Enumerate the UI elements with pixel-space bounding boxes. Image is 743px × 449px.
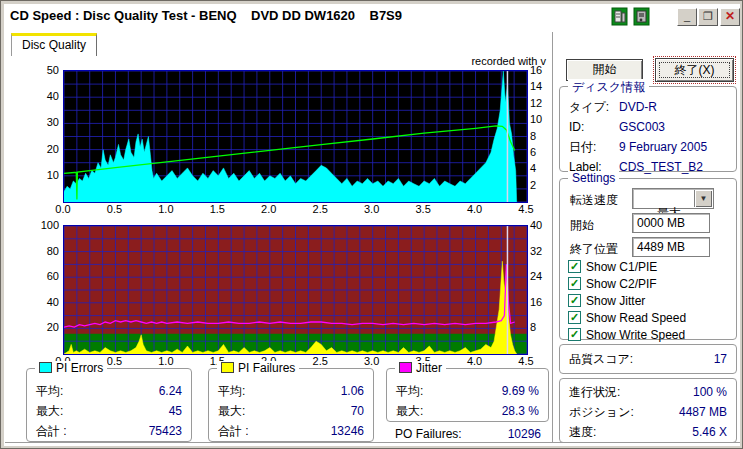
pi-failures-legend-box: PI Failures 平均:1.06最大:70合計 :13246 bbox=[208, 368, 374, 442]
info-row: 日付:9 February 2005 bbox=[569, 137, 727, 157]
disc-info-label: タイプ: bbox=[569, 99, 619, 116]
stat-label: 平均: bbox=[396, 383, 423, 400]
show-write-speed-checkbox[interactable]: ✓ bbox=[568, 328, 581, 341]
quality-score-row: 品質スコア: 17 bbox=[569, 349, 727, 369]
quality-score-label: 品質スコア: bbox=[569, 351, 633, 368]
po-failures-row: PO Failures: 10296 bbox=[395, 427, 541, 441]
x-axis-tick-label: 2.5 bbox=[306, 203, 334, 215]
x-axis-tick-label: 2.0 bbox=[255, 203, 283, 215]
info-row: 速度:5.46 X bbox=[569, 422, 727, 442]
end-position-field[interactable]: 4489 MB bbox=[632, 237, 710, 257]
stat-label: 合計 : bbox=[36, 423, 67, 440]
show-c1-pie-checkbox[interactable]: ✓ bbox=[568, 260, 581, 273]
checkbox-row: ✓Show Read Speed bbox=[568, 311, 686, 324]
stat-value: 28.3 % bbox=[502, 404, 539, 418]
y-axis-tick-label: 40 bbox=[530, 219, 554, 231]
tray-book-icon bbox=[611, 7, 628, 26]
status-label: ポジション: bbox=[569, 404, 634, 421]
jitter-pif-chart bbox=[63, 225, 528, 355]
disc-info-value: DVD-R bbox=[619, 100, 657, 114]
info-row: 最大:70 bbox=[218, 401, 364, 421]
settings-box: Settings 転送速度 最大 ▼ 開始 0000 MB 終了位置 4489 … bbox=[559, 178, 737, 340]
checkbox-label: Show C2/PIF bbox=[586, 277, 657, 291]
y-axis-tick-label: 24 bbox=[530, 270, 554, 282]
y-axis-tick-label: 16 bbox=[530, 64, 554, 76]
y-axis-tick-label: 6 bbox=[530, 146, 554, 158]
x-axis-tick-label: 4.5 bbox=[512, 203, 540, 215]
stat-label: 合計 : bbox=[218, 423, 249, 440]
x-axis-tick-label: 3.0 bbox=[358, 203, 386, 215]
pi-errors-chart bbox=[63, 70, 528, 203]
info-row: 平均:6.24 bbox=[36, 381, 182, 401]
y-axis-tick-label: 4 bbox=[530, 162, 554, 174]
checkbox-label: Show Read Speed bbox=[586, 311, 686, 325]
y-axis-tick-label: 60 bbox=[31, 270, 59, 282]
tab-disc-quality[interactable]: Disc Quality bbox=[11, 33, 97, 56]
po-failures-label: PO Failures: bbox=[395, 427, 462, 441]
y-axis-tick-label: 40 bbox=[31, 90, 59, 102]
status-label: 進行状況: bbox=[569, 384, 620, 401]
x-axis-tick-label: 3.0 bbox=[358, 355, 386, 367]
transfer-speed-combobox[interactable]: 最大 ▼ bbox=[632, 188, 714, 209]
x-axis-tick-label: 1.5 bbox=[203, 203, 231, 215]
checkbox-row: ✓Show C2/PIF bbox=[568, 277, 686, 290]
exit-button[interactable]: 終了(X) bbox=[655, 58, 734, 82]
y-axis-tick-label: 14 bbox=[530, 80, 554, 92]
y-axis-tick-label: 2 bbox=[530, 179, 554, 191]
x-axis-tick-label: 4.5 bbox=[512, 355, 540, 367]
y-axis-tick-label: 100 bbox=[31, 219, 59, 231]
start-button[interactable]: 開始 bbox=[566, 59, 643, 81]
quality-score-value: 17 bbox=[714, 352, 727, 366]
info-row: 平均:1.06 bbox=[218, 381, 364, 401]
info-row: 合計 :13246 bbox=[218, 421, 364, 441]
app-window: CD Speed : Disc Quality Test - BENQ DVD … bbox=[0, 0, 743, 449]
po-failures-value: 10296 bbox=[508, 427, 541, 441]
close-button[interactable]: ✕ bbox=[720, 8, 740, 26]
show-jitter-checkbox[interactable]: ✓ bbox=[568, 294, 581, 307]
stat-label: 最大: bbox=[218, 403, 245, 420]
end-position-label: 終了位置 bbox=[570, 241, 618, 258]
x-axis-tick-label: 4.0 bbox=[461, 203, 489, 215]
y-axis-tick-label: 80 bbox=[31, 245, 59, 257]
info-row: 最大:45 bbox=[36, 401, 182, 421]
chevron-down-icon[interactable]: ▼ bbox=[694, 190, 712, 207]
stat-label: 平均: bbox=[36, 383, 63, 400]
start-position-field[interactable]: 0000 MB bbox=[632, 213, 710, 233]
checkbox-row: ✓Show C1/PIE bbox=[568, 260, 686, 273]
info-row: 最大:28.3 % bbox=[396, 401, 539, 421]
disc-info-box: ディスク情報 タイプ:DVD-RID:GSC003日付:9 February 2… bbox=[559, 86, 737, 172]
maximize-button[interactable]: ❐ bbox=[698, 8, 718, 26]
disc-info-value: CDS_TEST_B2 bbox=[619, 160, 703, 174]
disc-info-value: 9 February 2005 bbox=[619, 140, 707, 154]
checkbox-row: ✓Show Write Speed bbox=[568, 328, 686, 341]
status-value: 4487 MB bbox=[679, 405, 727, 419]
checkbox-label: Show Write Speed bbox=[586, 328, 685, 342]
y-axis-tick-label: 30 bbox=[31, 116, 59, 128]
status-label: 速度: bbox=[569, 424, 596, 441]
checkbox-label: Show C1/PIE bbox=[586, 260, 657, 274]
stat-value: 9.69 % bbox=[502, 384, 539, 398]
minimize-button[interactable]: _ bbox=[677, 8, 697, 26]
x-axis-tick-label: 4.0 bbox=[461, 355, 489, 367]
x-axis-tick-label: 0.5 bbox=[100, 203, 128, 215]
info-row: 合計 :75423 bbox=[36, 421, 182, 441]
checkbox-row: ✓Show Jitter bbox=[568, 294, 686, 307]
tray-drive-icon bbox=[633, 7, 650, 26]
y-axis-tick-label: 8 bbox=[530, 130, 554, 142]
jitter-legend-box: Jitter 平均:9.69 %最大:28.3 % bbox=[386, 368, 549, 422]
stat-label: 最大: bbox=[36, 403, 63, 420]
y-axis-tick-label: 20 bbox=[31, 143, 59, 155]
stat-value: 13246 bbox=[331, 424, 364, 438]
info-row: 平均:9.69 % bbox=[396, 381, 539, 401]
window-title: CD Speed : Disc Quality Test - BENQ DVD … bbox=[10, 8, 402, 23]
recorded-with-label: recorded with v bbox=[381, 55, 546, 67]
disc-info-label: 日付: bbox=[569, 139, 619, 156]
y-axis-tick-label: 12 bbox=[530, 97, 554, 109]
show-read-speed-checkbox[interactable]: ✓ bbox=[568, 311, 581, 324]
stat-value: 1.06 bbox=[341, 384, 364, 398]
stat-value: 45 bbox=[169, 404, 182, 418]
x-axis-tick-label: 1.0 bbox=[152, 203, 180, 215]
info-row: ポジション:4487 MB bbox=[569, 402, 727, 422]
show-c2-pif-checkbox[interactable]: ✓ bbox=[568, 277, 581, 290]
stat-value: 6.24 bbox=[159, 384, 182, 398]
